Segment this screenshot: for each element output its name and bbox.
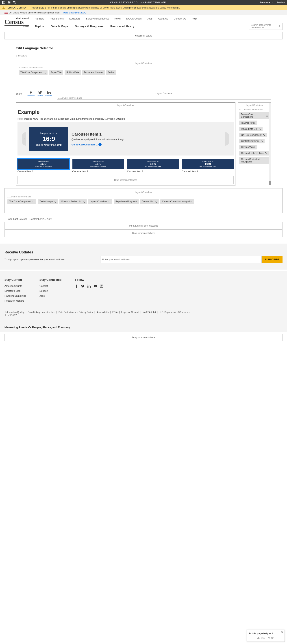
- edit-language-heading: Edit Language Selector: [16, 46, 271, 50]
- thumb-2[interactable]: Images must be16:9and no larger than 2mb: [72, 159, 124, 169]
- drag-zone-footer[interactable]: Drag components here: [5, 334, 282, 341]
- twitter-icon[interactable]: [81, 284, 84, 288]
- svg-point-40: [102, 285, 103, 286]
- chip-title-core[interactable]: Title Core Component: [19, 70, 48, 75]
- foot-random-samplings[interactable]: Random Samplings: [5, 294, 26, 297]
- carousel-next[interactable]: ›: [225, 132, 229, 146]
- layout-container-hidden[interactable]: Layout Container ALLOWED COMPONENTS Subs…: [57, 91, 271, 100]
- nav-survey-respondents[interactable]: Survey Respondents: [86, 17, 109, 20]
- chip-teaser[interactable]: Teaser Core Component: [239, 112, 270, 119]
- foot-jobs[interactable]: Jobs: [40, 294, 62, 297]
- share-facebook[interactable]: Facebook: [27, 91, 35, 97]
- svg-rect-31: [83, 201, 84, 202]
- chip-layout[interactable]: Layout Container: [88, 199, 112, 204]
- carousel-item-desc: Quid ex ea quid percipit aut ad naturam …: [72, 138, 222, 141]
- search-input[interactable]: Search data, events, resources, an…: [249, 23, 282, 30]
- drag-zone-example[interactable]: Drag components here: [18, 176, 234, 184]
- twitter-icon: [38, 91, 42, 94]
- legal-link[interactable]: Accessibility: [96, 311, 109, 314]
- census-logo[interactable]: United States® Census Bureau: [5, 17, 29, 28]
- svg-rect-33: [109, 201, 109, 202]
- thumb-1[interactable]: Images must be16:9and no larger than 2mb: [18, 159, 69, 169]
- svg-point-3: [10, 2, 10, 3]
- chip-publish-date[interactable]: Publish Date: [65, 70, 81, 75]
- layout-container-bottom[interactable]: Layout Container ALLOWED COMPONENTS Titl…: [5, 188, 282, 213]
- scrollbar[interactable]: [269, 103, 271, 185]
- layout-container-main[interactable]: Layout Container Example Note: Images MU…: [16, 102, 235, 186]
- nav-surveys[interactable]: Surveys & Programs: [75, 25, 104, 28]
- nav-news[interactable]: News: [115, 17, 121, 20]
- legal-link[interactable]: Information Quality: [6, 311, 24, 314]
- chip-ctx-nav2[interactable]: Census Contextual Navigation: [160, 199, 194, 204]
- carousel-item-title: Carousel Item 1: [72, 132, 222, 137]
- subscribe-button[interactable]: SUBSCRIBE: [262, 256, 282, 263]
- nav-topics[interactable]: Topics: [35, 25, 44, 28]
- layout-container-right[interactable]: Layout Container ALLOWED COMPONENTS Teas…: [238, 102, 271, 186]
- chip-doc-number[interactable]: Document Number: [82, 70, 105, 75]
- mode-structure[interactable]: Structure: [260, 1, 272, 4]
- share-twitter[interactable]: Twitter: [38, 91, 43, 97]
- legal-link[interactable]: USA.gov: [8, 314, 17, 316]
- chip-census-video[interactable]: Census Video: [239, 145, 257, 150]
- foot-directors-blog[interactable]: Director's Blog: [5, 290, 26, 292]
- sliders-icon[interactable]: [8, 1, 11, 4]
- nav-educators[interactable]: Educators: [69, 17, 81, 20]
- chip-contextual-nav[interactable]: Census Contextual Navigation: [239, 157, 270, 164]
- foot-support[interactable]: Support: [40, 290, 62, 292]
- chip-featured-tiles[interactable]: Census Featured Tiles: [239, 151, 269, 156]
- thumb-3[interactable]: Images must be16:9and no larger than 2mb: [127, 159, 179, 169]
- chip-contact[interactable]: Contact Container: [239, 139, 264, 144]
- foot-contact[interactable]: Contact: [40, 284, 62, 287]
- share-linkedin[interactable]: LinkedIn: [46, 91, 52, 97]
- chip-super-title[interactable]: Super Title: [49, 70, 63, 75]
- nav-resource-library[interactable]: Resource Library: [110, 25, 134, 28]
- legal-link[interactable]: Data Protection and Privacy Policy: [59, 311, 93, 314]
- instagram-icon[interactable]: [100, 284, 103, 288]
- chip-teacher-notes[interactable]: Teacher Notes: [239, 120, 257, 125]
- email-input[interactable]: [100, 256, 262, 263]
- chip-author[interactable]: Author: [106, 70, 116, 75]
- legal-link[interactable]: U.S. Department of Commerce: [159, 311, 190, 314]
- linkedin-icon[interactable]: [87, 284, 91, 288]
- legal-link[interactable]: Inspector General: [121, 311, 139, 314]
- svg-rect-10: [45, 72, 46, 72]
- chip-others[interactable]: Others in Series List: [59, 199, 87, 204]
- nav-naics[interactable]: NAICS Codes: [126, 17, 141, 20]
- nav-help[interactable]: Help: [192, 17, 197, 20]
- carousel-prev[interactable]: ‹: [22, 132, 26, 146]
- chip-census-list[interactable]: Census List: [140, 199, 159, 204]
- nav-about[interactable]: About Us: [158, 17, 168, 20]
- layout-container-top[interactable]: Layout Container ALLOWED COMPONENTS Titl…: [16, 59, 271, 86]
- devices-icon[interactable]: [13, 1, 16, 4]
- facebook-icon[interactable]: [75, 284, 78, 288]
- chip-exp-frag[interactable]: Experience Fragment: [114, 199, 139, 204]
- legal-link[interactable]: Data Linkage Infrastructure: [28, 311, 55, 314]
- nav-partners[interactable]: Partners: [35, 17, 44, 20]
- chip-title-core2[interactable]: Title Core Component: [8, 199, 36, 204]
- carousel-item-link[interactable]: Go To Carousel Item 1›: [72, 143, 222, 146]
- svg-rect-22: [264, 135, 265, 136]
- thumb-4[interactable]: Images must be16:9and no larger than 2mb: [182, 159, 234, 169]
- chip-link-list[interactable]: Link List Component: [239, 133, 267, 137]
- foot-research-matters[interactable]: Research Matters: [5, 299, 26, 302]
- chip-text-image[interactable]: Text & Image: [38, 199, 58, 204]
- nav-contact[interactable]: Contact Us: [174, 17, 186, 20]
- legal-link[interactable]: No FEAR Act: [143, 311, 156, 314]
- scrollbar-thumb[interactable]: [269, 181, 271, 185]
- search-icon: [278, 25, 280, 28]
- foot-america-counts[interactable]: America Counts: [5, 284, 26, 287]
- drag-zone-bottom[interactable]: Drag components here: [5, 230, 282, 237]
- youtube-icon[interactable]: [94, 284, 97, 288]
- gov-know-link[interactable]: Here's how you know: [64, 12, 86, 14]
- pdf-message-zone[interactable]: Pdf & External Link Message: [5, 222, 282, 230]
- sidebar-icon[interactable]: [2, 1, 6, 4]
- nav-data-maps[interactable]: Data & Maps: [51, 25, 68, 28]
- svg-rect-38: [100, 285, 103, 288]
- nav-jobs[interactable]: Jobs: [147, 17, 152, 20]
- chip-related-info[interactable]: Related Info List: [239, 126, 262, 131]
- nav-researchers[interactable]: Researchers: [50, 17, 64, 20]
- preview-link[interactable]: Preview: [277, 1, 285, 4]
- editor-topbar: CENSUS ARTICLE 2 COLUMN RIGHT TEMPLATE S…: [0, 0, 287, 5]
- headline-feature-zone[interactable]: Headline Feature: [5, 32, 282, 40]
- legal-link[interactable]: FOIA: [112, 311, 118, 314]
